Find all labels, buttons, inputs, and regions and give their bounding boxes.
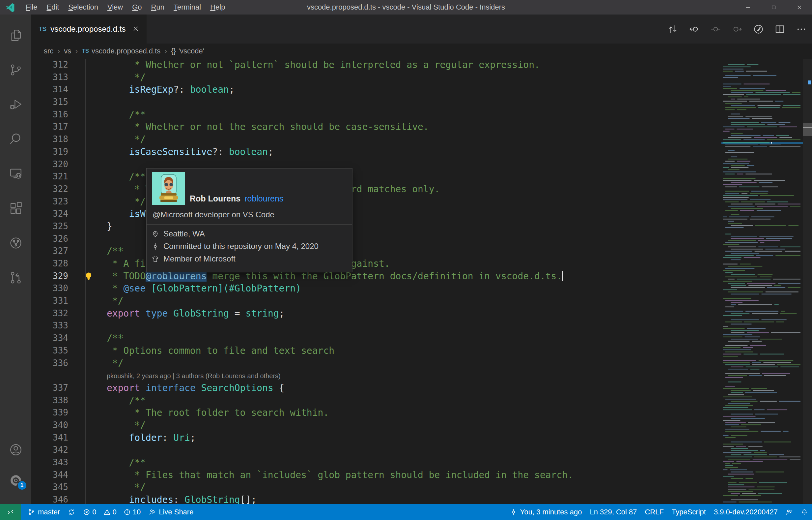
code-line-320[interactable]: 320 [31, 158, 721, 171]
line-number[interactable]: 323 [31, 196, 68, 208]
code-line-325[interactable]: 325} [31, 220, 721, 233]
code-line-326[interactable]: 326 [31, 233, 721, 245]
line-number[interactable]: 313 [31, 71, 68, 84]
line-number[interactable]: 341 [31, 432, 68, 444]
menu-view[interactable]: View [103, 0, 128, 15]
menu-help[interactable]: Help [205, 0, 230, 15]
line-number[interactable]: 332 [31, 307, 68, 320]
line-number[interactable]: 312 [31, 59, 68, 71]
close-button[interactable] [786, 0, 812, 15]
status-feedback[interactable] [782, 504, 797, 520]
menu-go[interactable]: Go [128, 0, 146, 15]
code-line-322[interactable]: 322 * Whether or not to search for whole… [31, 183, 721, 196]
breadcrumb-item-2[interactable]: vs [64, 47, 71, 55]
code-line-345[interactable]: 345 */ [31, 481, 721, 494]
activity-item-accounts[interactable] [8, 443, 23, 457]
scrollbar-thumb[interactable] [803, 123, 812, 136]
code-line-341[interactable]: 341 folder: Uri; [31, 432, 721, 444]
line-number[interactable]: 342 [31, 444, 68, 457]
line-number[interactable]: 327 [31, 245, 68, 258]
activity-item-pull-requests[interactable] [8, 270, 23, 285]
code-line-332[interactable]: 332export type GlobString = string; [31, 307, 721, 320]
line-number[interactable]: 322 [31, 183, 68, 196]
code-line-339[interactable]: 339 * The root folder to search within. [31, 407, 721, 419]
line-number[interactable]: 331 [31, 295, 68, 307]
code-line-314[interactable]: 314 isRegExp?: boolean; [31, 83, 721, 96]
minimize-button[interactable] [735, 0, 761, 15]
activity-item-remote-explorer[interactable] [8, 166, 23, 181]
activity-item-github[interactable] [8, 236, 23, 250]
lightbulb-icon[interactable] [83, 271, 94, 282]
breadcrumb-item-1[interactable]: src [44, 47, 53, 55]
code-line-327[interactable]: 327/** [31, 245, 721, 258]
git-blame-codelens[interactable]: pkoushik, 2 years ago | 3 authors (Rob L… [31, 369, 721, 382]
status-typescript-version[interactable]: 3.9.0-dev.20200427 [710, 504, 782, 520]
line-number[interactable]: 337 [31, 382, 68, 394]
code-line-346[interactable]: 346 includes: GlobString[]; [31, 494, 721, 504]
menu-selection[interactable]: Selection [63, 0, 103, 15]
line-number[interactable]: 315 [31, 96, 68, 108]
line-number[interactable]: 339 [31, 407, 68, 419]
line-number[interactable]: 318 [31, 133, 68, 146]
line-number[interactable]: 316 [31, 108, 68, 121]
status-cursor-position[interactable]: Ln 329, Col 87 [586, 504, 641, 520]
line-number[interactable]: 335 [31, 344, 68, 357]
code-line-343[interactable]: 343 /** [31, 457, 721, 469]
code-line-313[interactable]: 313 */ [31, 71, 721, 84]
activity-item-extensions[interactable] [8, 201, 23, 216]
code-line-315[interactable]: 315 [31, 96, 721, 108]
status-language-mode[interactable]: TypeScript [668, 504, 710, 520]
line-number[interactable]: 336 [31, 357, 68, 370]
breadcrumb-item-4[interactable]: {}'vscode' [171, 47, 204, 55]
code-line-335[interactable]: 335 * Options common to file and text se… [31, 344, 721, 357]
line-number[interactable]: 343 [31, 457, 68, 469]
code-line-344[interactable]: 344 * Files that match an `includes` glo… [31, 469, 721, 482]
code-line-338[interactable]: 338 /** [31, 394, 721, 407]
code-line-329[interactable]: 329 * TODO@roblourens merge this with th… [31, 270, 721, 283]
line-number[interactable]: 317 [31, 121, 68, 133]
open-revision-icon[interactable] [710, 24, 721, 35]
code-editor[interactable]: 312 * Whether or not `pattern` should be… [31, 59, 812, 504]
line-number[interactable]: 319 [31, 146, 68, 158]
line-number[interactable]: 338 [31, 394, 68, 407]
line-number[interactable]: 344 [31, 469, 68, 482]
line-number[interactable]: 333 [31, 319, 68, 332]
avatar[interactable] [152, 172, 185, 205]
code-line-324[interactable]: 324 isWordMatch?: boolean; [31, 208, 721, 220]
line-number[interactable]: 340 [31, 419, 68, 432]
code-line-340[interactable]: 340 */ [31, 419, 721, 432]
breadcrumb-item-3[interactable]: TSvscode.proposed.d.ts [82, 47, 161, 55]
editor-scrollbar[interactable] [803, 59, 812, 504]
line-number[interactable]: 345 [31, 481, 68, 494]
split-editor-icon[interactable] [775, 24, 785, 35]
code-line-333[interactable]: 333 [31, 319, 721, 332]
line-number[interactable]: 346 [31, 494, 68, 504]
next-change-icon[interactable] [732, 24, 743, 35]
code-line-330[interactable]: 330 * @see [GlobPattern](#GlobPattern) [31, 282, 721, 295]
status-problems[interactable]: 0010 [79, 504, 145, 520]
activity-item-source-control[interactable] [8, 63, 23, 77]
code-line-318[interactable]: 318 */ [31, 133, 721, 146]
tab-close-icon[interactable] [132, 25, 140, 33]
status-sync-changes[interactable] [64, 504, 79, 520]
minimap[interactable] [721, 59, 803, 504]
status-eol-sequence[interactable]: CRLF [641, 504, 668, 520]
activity-item-explorer[interactable] [8, 28, 23, 43]
menu-terminal[interactable]: Terminal [169, 0, 205, 15]
open-changes-icon[interactable] [667, 24, 678, 35]
status-remote-indicator[interactable] [0, 504, 21, 520]
file-history-icon[interactable] [753, 24, 764, 35]
code-line-316[interactable]: 316 /** [31, 108, 721, 121]
maximize-button[interactable] [761, 0, 786, 15]
activity-item-search[interactable] [8, 132, 23, 147]
code-line-323[interactable]: 323 */ [31, 196, 721, 208]
code-line-317[interactable]: 317 * Whether or not the search should b… [31, 121, 721, 133]
line-number[interactable]: 321 [31, 171, 68, 183]
status-git-branch[interactable]: master [24, 504, 64, 520]
code-line-337[interactable]: 337export interface SearchOptions { [31, 382, 721, 394]
menu-file[interactable]: File [21, 0, 42, 15]
user-full-name[interactable]: Rob Lourens [190, 194, 241, 204]
line-number[interactable]: 320 [31, 158, 68, 171]
status-live-share[interactable]: Live Share [145, 504, 197, 520]
line-number[interactable]: 324 [31, 208, 68, 220]
